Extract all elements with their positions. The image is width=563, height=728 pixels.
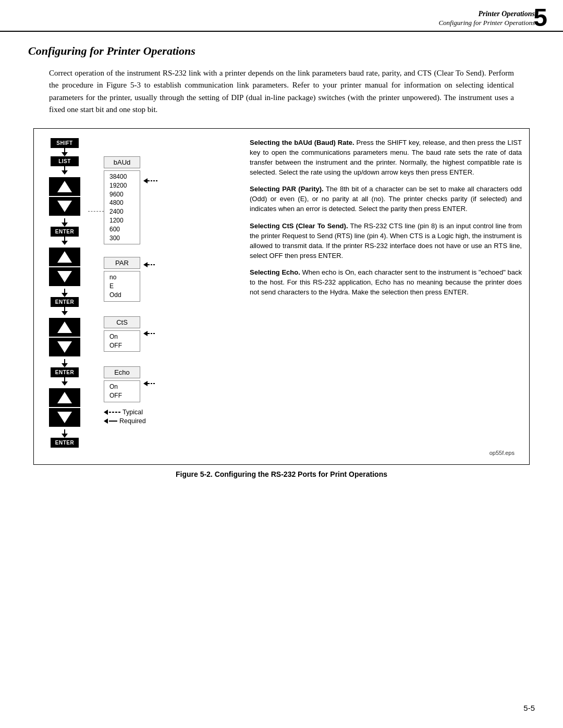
up-arrow-btn-1 <box>49 177 80 196</box>
baud-menu-group: bAUd 38400192009600480024001200600300 <box>104 156 187 244</box>
header-title: Printer Operations <box>438 9 535 19</box>
desc-par-heading: Selecting PAR (Parity). <box>250 185 324 193</box>
baud-label: bAUd <box>104 156 140 168</box>
desc-cts: Selecting CtS (Clear To Send). The RS-23… <box>250 221 522 261</box>
shift-key: SHIFT <box>51 138 79 148</box>
echo-label: Echo <box>104 366 140 378</box>
cts-label: CtS <box>104 316 140 328</box>
desc-par: Selecting PAR (Parity). The 8th bit of a… <box>250 184 522 214</box>
down-arrow-icon-2 <box>57 271 72 282</box>
baud-items: 38400192009600480024001200600300 <box>104 170 140 244</box>
arrow-arrows4-enter4 <box>62 429 68 438</box>
typical-legend-row: Typical <box>104 409 187 416</box>
down-arrow-btn-4 <box>49 408 80 427</box>
par-menu: PAR noEOdd <box>104 257 140 301</box>
echo-menu: Echo OnOFF <box>104 366 140 402</box>
par-typical-indicator <box>143 262 155 267</box>
par-label: PAR <box>104 257 140 269</box>
up-arrow-icon-3 <box>57 322 72 333</box>
desc-cts-heading: Selecting CtS (Clear To Send). <box>250 222 348 230</box>
down-arrow-btn-3 <box>49 338 80 356</box>
up-arrow-icon-4 <box>57 392 72 403</box>
page-number: 5-5 <box>523 704 535 712</box>
desc-baud-heading: Selecting the bAUd (Baud) Rate. <box>250 139 354 146</box>
header-subtitle: Configuring for Printer Operations <box>438 19 535 28</box>
down-arrow-btn-2 <box>49 267 80 286</box>
key-column: SHIFT LIST <box>41 138 88 448</box>
cts-menu: CtS OnOFF <box>104 316 140 352</box>
down-arrow-btn-1 <box>49 197 80 216</box>
intro-paragraph: Correct operation of the instrument RS-2… <box>28 67 535 116</box>
page-header: Printer Operations Configuring for Print… <box>0 0 563 32</box>
arrow-arrows1-enter1 <box>62 218 68 227</box>
cts-typical-indicator <box>143 331 155 336</box>
arrow-keys-2 <box>49 247 80 287</box>
arrow-enter3-arrows4 <box>62 377 68 386</box>
desc-echo: Selecting Echo. When echo is On, each ch… <box>250 268 522 298</box>
connector-column <box>88 138 104 448</box>
required-label: Required <box>119 417 146 425</box>
up-arrow-btn-3 <box>49 318 80 337</box>
enter-key-3: ENTER <box>51 367 79 377</box>
left-panel: SHIFT LIST <box>41 138 239 448</box>
down-arrow-icon-4 <box>57 412 72 423</box>
desc-echo-heading: Selecting Echo. <box>250 268 300 276</box>
echo-items: OnOFF <box>104 380 140 402</box>
arrow-enter2-arrows3 <box>62 307 68 315</box>
par-menu-group: PAR noEOdd <box>104 257 187 301</box>
cts-items: OnOFF <box>104 330 140 352</box>
figure-inner: SHIFT LIST <box>41 138 522 448</box>
file-ref: op55f.eps <box>41 450 522 456</box>
arrow-shift-list <box>62 148 68 156</box>
header-text: Printer Operations Configuring for Print… <box>438 9 535 28</box>
enter-key-1: ENTER <box>51 227 79 237</box>
main-content: Configuring for Printer Operations Corre… <box>0 34 563 499</box>
up-arrow-btn-4 <box>49 388 80 407</box>
echo-menu-group: Echo OnOFF <box>104 366 187 426</box>
arrow-keys-4 <box>49 388 80 427</box>
arrow-keys-3 <box>49 317 80 357</box>
up-arrow-icon-2 <box>57 251 72 263</box>
desc-baud: Selecting the bAUd (Baud) Rate. Press th… <box>250 138 522 177</box>
arrow-arrows3-enter3 <box>62 359 68 367</box>
down-arrow-icon-1 <box>57 201 72 212</box>
figure-box: SHIFT LIST <box>33 128 530 465</box>
echo-typical-indicator <box>143 381 155 386</box>
menu-column: bAUd 38400192009600480024001200600300 <box>104 138 187 448</box>
right-panel: Selecting the bAUd (Baud) Rate. Press th… <box>250 138 522 448</box>
up-arrow-btn-2 <box>49 248 80 266</box>
chapter-number: 5 <box>533 5 547 30</box>
up-arrow-icon-1 <box>57 181 72 192</box>
enter-key-2: ENTER <box>51 297 79 307</box>
required-icon <box>104 418 117 424</box>
page-title: Configuring for Printer Operations <box>28 44 535 58</box>
down-arrow-icon-3 <box>57 341 72 353</box>
cts-menu-group: CtS OnOFF <box>104 316 187 352</box>
par-items: noEOdd <box>104 271 140 301</box>
arrow-keys-1 <box>49 177 80 216</box>
legend: Typical Required <box>104 409 187 425</box>
typical-label: Typical <box>123 409 143 416</box>
arrow-list-arrows1 <box>62 166 68 175</box>
arrow-arrows2-enter2 <box>62 289 68 297</box>
required-legend-row: Required <box>104 417 187 425</box>
baud-menu: bAUd 38400192009600480024001200600300 <box>104 156 140 244</box>
figure-caption: Figure 5-2. Configuring the RS-232 Ports… <box>28 470 535 478</box>
baud-typical-indicator <box>143 178 157 183</box>
typical-icon <box>104 410 120 415</box>
list-key: LIST <box>51 156 79 166</box>
enter-key-4: ENTER <box>51 438 79 448</box>
arrow-enter1-arrows2 <box>62 237 68 245</box>
